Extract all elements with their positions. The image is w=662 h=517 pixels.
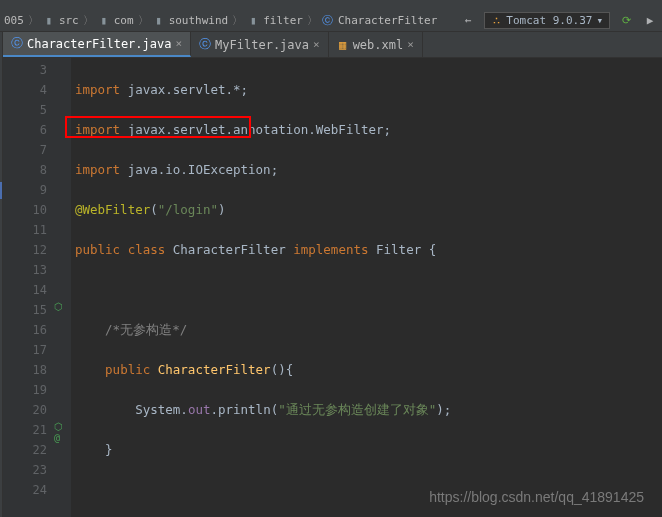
- line-number: 23: [5, 460, 47, 480]
- back-icon[interactable]: ←: [460, 13, 476, 29]
- breadcrumb-item[interactable]: 005: [4, 14, 24, 27]
- line-number: 13: [5, 260, 47, 280]
- tab-label: web.xml: [353, 38, 404, 52]
- line-number: 21: [5, 420, 47, 440]
- close-icon[interactable]: ×: [175, 37, 182, 50]
- tab-label: CharacterFilter.java: [27, 37, 172, 51]
- close-icon[interactable]: ×: [407, 38, 414, 51]
- line-number: 20: [5, 400, 47, 420]
- annotation-highlight: [65, 116, 251, 138]
- override-icon[interactable]: ⬡: [54, 301, 63, 312]
- editor-body[interactable]: 3 4 5 6 7 8 9 10 11 12 13 14 15 16 17 18…: [3, 58, 662, 517]
- run-config-selector[interactable]: ⛬ Tomcat 9.0.37 ▾: [484, 12, 610, 29]
- folder-icon: ▮: [43, 15, 55, 27]
- toolbar-right: ← ⛬ Tomcat 9.0.37 ▾ ⟳ ▶: [460, 12, 658, 29]
- line-number-gutter: 3 4 5 6 7 8 9 10 11 12 13 14 15 16 17 18…: [3, 58, 53, 517]
- java-icon: ⓒ: [11, 38, 23, 50]
- line-number: 22: [5, 440, 47, 460]
- line-number: 16: [5, 320, 47, 340]
- chevron-right-icon: 〉: [232, 13, 243, 28]
- folder-icon: ▮: [247, 15, 259, 27]
- line-number: 4: [5, 80, 47, 100]
- xml-icon: ▦: [337, 39, 349, 51]
- line-number: 17: [5, 340, 47, 360]
- run-config-label: Tomcat 9.0.37: [506, 14, 592, 27]
- line-number: 24: [5, 480, 47, 500]
- folder-icon: ▮: [153, 15, 165, 27]
- breadcrumb-item[interactable]: src: [59, 14, 79, 27]
- chevron-right-icon: 〉: [83, 13, 94, 28]
- close-icon[interactable]: ×: [313, 38, 320, 51]
- class-icon: ⓒ: [322, 15, 334, 27]
- editor-tabs: ⓒ CharacterFilter.java × ⓒ MyFilter.java…: [3, 32, 662, 58]
- line-number: 12: [5, 240, 47, 260]
- chevron-right-icon: 〉: [28, 13, 39, 28]
- line-number: 3: [5, 60, 47, 80]
- build-icon[interactable]: ⟳: [618, 13, 634, 29]
- line-number: 5: [5, 100, 47, 120]
- chevron-right-icon: 〉: [138, 13, 149, 28]
- tab-label: MyFilter.java: [215, 38, 309, 52]
- override-icon[interactable]: ⬡ @: [54, 421, 71, 443]
- java-icon: ⓒ: [199, 39, 211, 51]
- chevron-right-icon: 〉: [307, 13, 318, 28]
- line-number: 7: [5, 140, 47, 160]
- chevron-down-icon: ▾: [596, 14, 603, 27]
- watermark: https://blog.csdn.net/qq_41891425: [429, 489, 644, 505]
- line-number: 9: [5, 180, 47, 200]
- line-number: 11: [5, 220, 47, 240]
- line-number: 15: [5, 300, 47, 320]
- line-number: 6: [5, 120, 47, 140]
- breadcrumb-item[interactable]: filter: [263, 14, 303, 27]
- tomcat-icon: ⛬: [491, 14, 502, 27]
- tab-characterfilter[interactable]: ⓒ CharacterFilter.java ×: [3, 32, 191, 57]
- breadcrumb: 005 〉 ▮ src 〉 ▮ com 〉 ▮ southwind 〉 ▮ fi…: [4, 13, 456, 28]
- tab-webxml[interactable]: ▦ web.xml ×: [329, 32, 423, 57]
- toolbar: 005 〉 ▮ src 〉 ▮ com 〉 ▮ southwind 〉 ▮ fi…: [0, 10, 662, 32]
- line-number: 8: [5, 160, 47, 180]
- line-number: 10: [5, 200, 47, 220]
- breadcrumb-item[interactable]: southwind: [169, 14, 229, 27]
- run-icon[interactable]: ▶: [642, 13, 658, 29]
- line-number: 14: [5, 280, 47, 300]
- line-number: 18: [5, 360, 47, 380]
- editor-area: ⓒ CharacterFilter.java × ⓒ MyFilter.java…: [3, 32, 662, 517]
- folder-icon: ▮: [98, 15, 110, 27]
- breadcrumb-item[interactable]: CharacterFilter: [338, 14, 437, 27]
- tab-myfilter[interactable]: ⓒ MyFilter.java ×: [191, 32, 329, 57]
- main-area: et005 G m.south filter Cha MyF servlet L…: [0, 32, 662, 517]
- code-content[interactable]: import javax.servlet.*; import javax.ser…: [71, 58, 662, 517]
- menu-bar: [0, 0, 662, 10]
- breadcrumb-item[interactable]: com: [114, 14, 134, 27]
- line-number: 19: [5, 380, 47, 400]
